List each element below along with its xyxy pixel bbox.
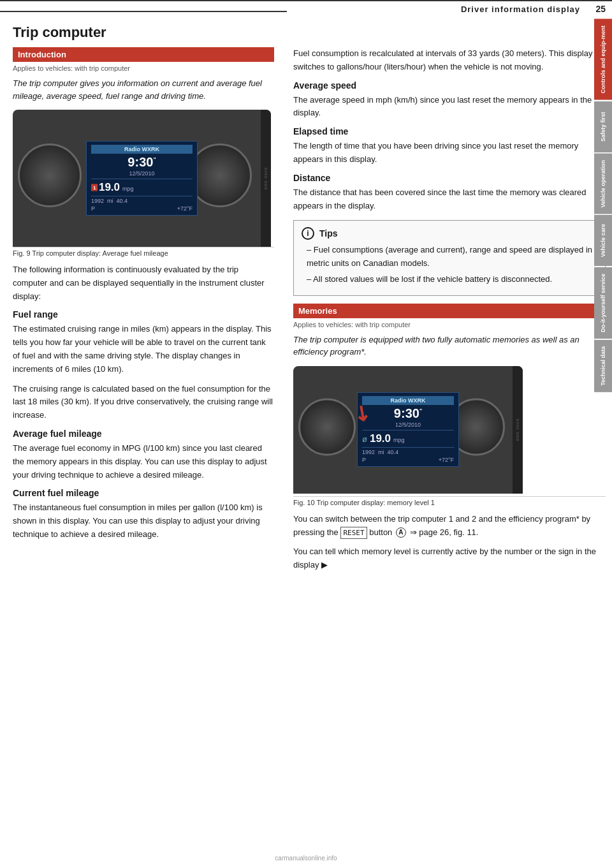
memories-red-bar: Memories [293,304,606,318]
tips-item-1: – Fuel consumptions (average and current… [302,244,597,270]
page-header: Driver information display 25 [0,0,612,17]
cruising-range-text: The cruising range is calculated based o… [13,383,274,422]
memories-applies-text: Applies to vehicles: with trip computer [293,321,606,328]
mpg-unit-fig9: mpg [122,186,134,192]
display-ptemp-fig10: P +72°F [362,455,454,463]
badge-fig9: 1 [91,184,98,191]
center-display-fig10: Radio WXRK 9:30" 12/5/2010 ø 19.0 mpg 19… [357,392,459,467]
avg-fuel-mileage-heading: Average fuel mileage [13,429,274,439]
after-fig-text: You can switch between the trip computer… [293,513,606,540]
mpg-unit-fig10: mpg [393,437,405,443]
display-date-fig9: 12/5/2010 [91,170,193,179]
avg-fuel-mileage-text: The average fuel economy in MPG (l/100 k… [13,442,274,482]
bottom-left-fig9: 1992 mi 40.4 [91,198,127,204]
distance-text: The distance that has been covered since… [293,186,606,213]
center-display-fig9: Radio WXRK 9:30" 12/5/2010 1 ø 19.0 mpg [86,141,198,216]
display-mpg-row-fig9: ø 19.0 mpg [91,179,193,196]
display-mpg-row-fig10: ø 19.0 mpg [362,430,454,447]
distance-heading: Distance [293,173,606,183]
avg-speed-heading: Average speed [293,80,606,91]
fuel-range-heading: Fuel range [13,309,274,320]
display-bottom-fig9: 1992 mi 40.4 [91,196,193,204]
left-column: Trip computer Introduction Applies to ve… [13,22,287,578]
watermark-fig10: B8R-0509 [513,366,523,494]
memories-intro-italic: The trip computer is equipped with two f… [293,334,606,358]
fuel-range-text: The estimated cruising range in miles (k… [13,323,274,376]
side-tabs: Controls and equip-ment Safety first Veh… [594,19,612,392]
page-title: Trip computer [13,24,274,41]
fig9-dashboard: Radio WXRK 9:30" 12/5/2010 1 ø 19.0 mpg [13,110,271,247]
last-text: You can tell which memory level is curre… [293,545,606,572]
tab-diy[interactable]: Do-it-yourself service [594,267,612,339]
page-number: 25 [586,4,606,14]
header-title: Driver information display [293,4,586,14]
mpg-value-fig10: 19.0 [370,432,391,445]
tips-box: i Tips – Fuel consumptions (average and … [293,220,606,295]
fig9-caption: Fig. 9 Trip computer display: Average fu… [13,247,274,257]
current-fuel-mileage-heading: Current fuel mileage [13,488,274,498]
reset-key: RESET [340,527,367,540]
mpg-value-fig9: 19.0 [99,181,120,194]
display-ptemp-fig9: P +72°F [91,204,193,212]
tab-safety[interactable]: Safety first [594,101,612,152]
fig10-left-gauge [298,398,356,455]
fuel-consumption-text: Fuel consumption is recalculated at inte… [293,47,606,74]
footer: carmanualsonline.info [0,855,612,862]
intro-applies-text: Applies to vehicles: with trip computer [13,64,274,72]
elapsed-time-heading: Elapsed time [293,126,606,136]
intro-italic-text: The trip computer gives you information … [13,77,274,102]
tips-item-2: – All stored values will be lost if the … [302,273,597,286]
body-intro-text: The following information is continuousl… [13,263,274,303]
right-gauge [188,143,252,207]
fig10-caption: Fig. 10 Trip computer display: memory le… [293,496,606,506]
tips-title: Tips [319,228,338,239]
mpg-phi-fig10: ø [362,434,367,444]
tab-vehicle-care[interactable]: Vehicle care [594,215,612,266]
tab-technical[interactable]: Technical data [594,340,612,392]
tips-icon: i [302,227,314,240]
display-bottom-fig10: 1992 mi 40.4 [362,448,454,455]
fig10-dashboard: ↘ Radio WXRK 9:30" 12/5/2010 ø 19.0 mpg … [293,366,523,494]
left-gauge [18,143,82,207]
tab-vehicle-op[interactable]: Vehicle operation [594,154,612,214]
avg-speed-text: The average speed in mph (km/h) since yo… [293,94,606,121]
display-date-fig10: 12/5/2010 [362,422,454,430]
circle-a: A [396,527,406,538]
watermark-fig9: B8R-0508 [261,110,271,247]
current-fuel-mileage-text: The instantaneous fuel consumption in mi… [13,501,274,541]
display-radio-fig9: Radio WXRK [91,145,193,154]
tab-controls[interactable]: Controls and equip-ment [594,19,612,100]
intro-red-bar: Introduction [13,47,274,62]
display-time-fig9: 9:30" [91,154,193,170]
tips-header: i Tips [302,227,597,240]
right-column: Fuel consumption is recalculated at inte… [287,22,606,578]
elapsed-time-text: The length of time that you have been dr… [293,140,606,166]
main-content: Trip computer Introduction Applies to ve… [0,22,612,578]
display-radio-fig10: Radio WXRK [362,396,454,405]
